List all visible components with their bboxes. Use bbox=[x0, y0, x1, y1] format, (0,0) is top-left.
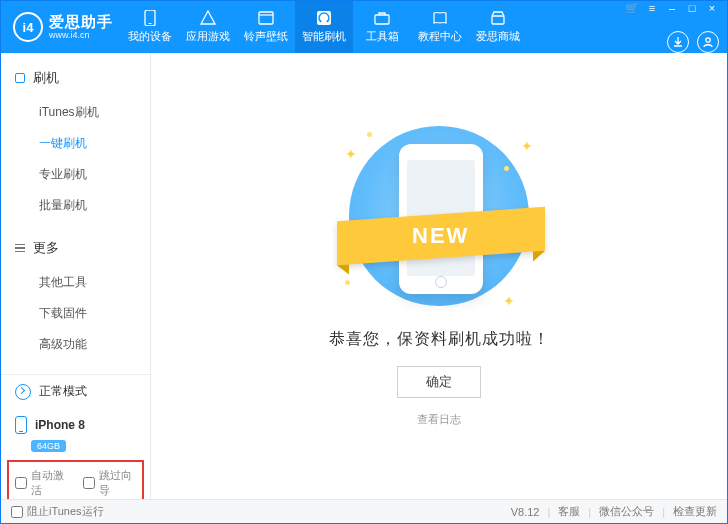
nav-label: 教程中心 bbox=[418, 29, 462, 44]
sidebar-item-advanced[interactable]: 高级功能 bbox=[1, 329, 150, 360]
sidebar-item-download-firmware[interactable]: 下载固件 bbox=[1, 298, 150, 329]
close-button[interactable]: × bbox=[705, 1, 719, 15]
nav-label: 我的设备 bbox=[128, 29, 172, 44]
storage-badge: 64GB bbox=[31, 440, 66, 452]
user-button[interactable] bbox=[697, 31, 719, 53]
cart-icon[interactable]: 🛒 bbox=[625, 1, 639, 15]
success-illustration: ✦ ✦ ✦ NEW bbox=[339, 126, 539, 311]
success-text: 恭喜您，保资料刷机成功啦！ bbox=[329, 329, 550, 350]
sidebar-group-more: 更多 bbox=[1, 235, 150, 261]
status-bar: 阻止iTunes运行 V8.12 | 客服 | 微信公众号 | 检查更新 bbox=[1, 499, 727, 523]
brand-name: 爱思助手 bbox=[49, 14, 113, 29]
ok-button[interactable]: 确定 bbox=[397, 366, 481, 398]
sidebar-item-other-tools[interactable]: 其他工具 bbox=[1, 267, 150, 298]
check-update-link[interactable]: 检查更新 bbox=[673, 504, 717, 519]
nav-ringwall[interactable]: 铃声壁纸 bbox=[237, 1, 295, 53]
sidebar-item-oneclick-flash[interactable]: 一键刷机 bbox=[1, 128, 150, 159]
skip-guide-label: 跳过向导 bbox=[99, 468, 137, 498]
block-itunes-label: 阻止iTunes运行 bbox=[27, 504, 104, 519]
maximize-button[interactable]: □ bbox=[685, 1, 699, 15]
apps-icon bbox=[199, 10, 217, 26]
svg-rect-2 bbox=[259, 12, 273, 24]
mode-label: 正常模式 bbox=[39, 383, 87, 400]
nav-store[interactable]: 爱思商城 bbox=[469, 1, 527, 53]
top-nav: 我的设备 应用游戏 铃声壁纸 智能刷机 工具箱 教程中心 bbox=[121, 1, 527, 53]
menu-icon[interactable]: ≡ bbox=[645, 1, 659, 15]
nav-label: 爱思商城 bbox=[476, 29, 520, 44]
hamburger-icon bbox=[15, 244, 25, 253]
nav-label: 应用游戏 bbox=[186, 29, 230, 44]
nav-apps[interactable]: 应用游戏 bbox=[179, 1, 237, 53]
svg-point-6 bbox=[706, 38, 710, 42]
square-icon bbox=[15, 73, 25, 83]
device-mode[interactable]: 正常模式 bbox=[1, 375, 150, 408]
view-log-link[interactable]: 查看日志 bbox=[417, 412, 461, 427]
skip-guide-checkbox[interactable]: 跳过向导 bbox=[83, 468, 137, 498]
sidebar: 刷机 iTunes刷机 一键刷机 专业刷机 批量刷机 更多 其他工具 下载固件 … bbox=[1, 53, 151, 499]
auto-activate-label: 自动激活 bbox=[31, 468, 69, 498]
support-link[interactable]: 客服 bbox=[558, 504, 580, 519]
block-itunes-checkbox[interactable]: 阻止iTunes运行 bbox=[11, 504, 104, 519]
download-button[interactable] bbox=[667, 31, 689, 53]
group-title: 刷机 bbox=[33, 69, 59, 87]
toolbox-icon bbox=[373, 10, 391, 26]
sparkle-icon: ✦ bbox=[503, 293, 515, 309]
options-highlight-box: 自动激活 跳过向导 bbox=[7, 460, 144, 499]
wechat-link[interactable]: 微信公众号 bbox=[599, 504, 654, 519]
refresh-icon bbox=[15, 384, 31, 400]
nav-tutorial[interactable]: 教程中心 bbox=[411, 1, 469, 53]
svg-rect-5 bbox=[492, 16, 504, 24]
group-title: 更多 bbox=[33, 239, 59, 257]
wallpaper-icon bbox=[257, 10, 275, 26]
main-content: ✦ ✦ ✦ NEW 恭喜您，保资料刷机成功啦！ 确定 查看日志 bbox=[151, 53, 727, 499]
app-header: i4 爱思助手 www.i4.cn 我的设备 应用游戏 铃声壁纸 智能刷机 bbox=[1, 1, 727, 53]
sidebar-item-batch-flash[interactable]: 批量刷机 bbox=[1, 190, 150, 221]
nav-label: 智能刷机 bbox=[302, 29, 346, 44]
store-icon bbox=[489, 10, 507, 26]
sparkle-icon: ✦ bbox=[521, 138, 533, 154]
minimize-button[interactable]: – bbox=[665, 1, 679, 15]
book-icon bbox=[431, 10, 449, 26]
phone-icon bbox=[141, 10, 159, 26]
svg-rect-4 bbox=[375, 15, 389, 24]
svg-rect-1 bbox=[149, 23, 152, 24]
nav-label: 工具箱 bbox=[366, 29, 399, 44]
sidebar-item-pro-flash[interactable]: 专业刷机 bbox=[1, 159, 150, 190]
nav-label: 铃声壁纸 bbox=[244, 29, 288, 44]
flash-icon bbox=[315, 10, 333, 26]
version-label: V8.12 bbox=[511, 506, 540, 518]
brand: i4 爱思助手 www.i4.cn bbox=[13, 12, 113, 42]
device-icon bbox=[15, 416, 27, 434]
nav-toolbox[interactable]: 工具箱 bbox=[353, 1, 411, 53]
device-name: iPhone 8 bbox=[35, 418, 85, 432]
nav-devices[interactable]: 我的设备 bbox=[121, 1, 179, 53]
logo-icon: i4 bbox=[13, 12, 43, 42]
sidebar-group-flash: 刷机 bbox=[1, 65, 150, 91]
device-row[interactable]: iPhone 8 bbox=[1, 408, 150, 442]
brand-url: www.i4.cn bbox=[49, 31, 113, 40]
nav-flash[interactable]: 智能刷机 bbox=[295, 1, 353, 53]
sparkle-icon: ✦ bbox=[345, 146, 357, 162]
sidebar-item-itunes-flash[interactable]: iTunes刷机 bbox=[1, 97, 150, 128]
auto-activate-checkbox[interactable]: 自动激活 bbox=[15, 468, 69, 498]
